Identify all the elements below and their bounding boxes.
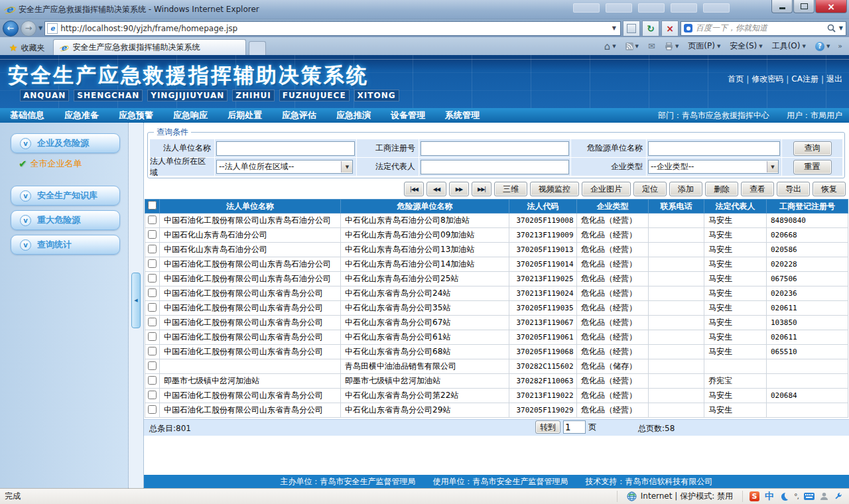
toolbar-button[interactable]: 三维 (494, 182, 527, 196)
toolbar-button[interactable]: 企业图片 (582, 182, 631, 196)
pager-button[interactable]: ◀◀ (426, 182, 446, 196)
sidebar-item-city-enterprise-list[interactable]: ✔ 全市企业名单 (19, 158, 128, 170)
banner-link[interactable]: 修改密码 (751, 74, 783, 85)
row-checkbox[interactable] (148, 216, 157, 224)
compatibility-view-button[interactable] (623, 21, 640, 36)
page-number-input[interactable] (563, 420, 586, 434)
toolbar-button[interactable]: 视频监控 (530, 182, 579, 196)
toolbar-button[interactable]: 查看 (741, 182, 774, 196)
nav-item[interactable]: 应急预警 (109, 109, 163, 121)
sidebar-button-enterprise-hazard[interactable]: v 企业及危险源 (11, 133, 120, 153)
history-dropdown-icon[interactable]: ▼ (38, 25, 42, 31)
user-icon[interactable] (820, 492, 828, 501)
table-row[interactable]: 中国石化山东青岛石油分公司中石化山东青岛石油分公司13加油站370205F119… (145, 243, 848, 257)
search-button[interactable]: 查询 (793, 141, 832, 156)
browser-tab[interactable]: e 安全生产应急救援指挥辅助决策系统 (53, 39, 246, 55)
read-mail-button[interactable]: ✉ (644, 39, 659, 54)
ent-type-select[interactable]: --企业类型-- ▼ (648, 160, 779, 174)
table-row[interactable]: 中国石油化工股份有限公司山东省青岛分公司中石化山东省青岛分公司61站370205… (145, 330, 848, 345)
row-checkbox[interactable] (148, 405, 157, 414)
search-icon[interactable] (827, 24, 836, 32)
toolbar-button[interactable]: 删除 (705, 182, 738, 196)
sidebar-button[interactable]: v重大危险源 (11, 210, 120, 230)
favorites-button[interactable]: ★ 收藏夹 (4, 40, 50, 55)
row-checkbox[interactable] (148, 391, 157, 399)
search-box[interactable]: 百度一下，你就知道 ▼ (681, 21, 846, 36)
pager-button[interactable]: |◀◀ (404, 182, 424, 196)
banner-link[interactable]: 首页 (728, 74, 744, 85)
corp-name-input[interactable] (216, 141, 355, 156)
row-checkbox[interactable] (148, 274, 157, 283)
nav-item[interactable]: 系统管理 (435, 109, 490, 121)
table-row[interactable]: 中国石油化工股份有限公司山东青岛石油分公司中石化山东青岛石油分公司14加油站37… (145, 257, 848, 272)
security-menu[interactable]: 安全(S)▼ (726, 39, 766, 54)
goto-page-button[interactable]: 转到 (535, 420, 560, 434)
table-row[interactable]: 中国石油化工股份有限公司山东省青岛分公司中石化山东省青岛分公司第22站37021… (145, 389, 848, 403)
url-field[interactable]: e http://localhost:90/yjzh/frame/homepag… (44, 21, 621, 36)
punctuation-mode-icon[interactable]: °, (794, 492, 799, 501)
table-row[interactable]: 中国石油化工股份有限公司山东青岛石油分公司中石化山东青岛石油分公司25站3702… (145, 272, 848, 286)
row-checkbox[interactable] (148, 347, 157, 355)
new-tab-button[interactable] (249, 41, 266, 55)
toolbar-button[interactable]: 定位 (633, 182, 667, 196)
row-checkbox[interactable] (148, 376, 157, 385)
region-select[interactable]: --法人单位所在区域-- ▼ (216, 160, 353, 174)
nav-item[interactable]: 应急推演 (326, 109, 381, 121)
pager-button[interactable]: ▶▶ (449, 182, 469, 196)
banner-link[interactable]: 退出 (826, 74, 842, 85)
back-button[interactable]: ← (3, 21, 19, 36)
nav-item[interactable]: 后期处置 (218, 109, 272, 121)
home-button[interactable]: ⌂▼ (600, 39, 620, 54)
row-checkbox[interactable] (148, 230, 157, 239)
row-checkbox[interactable] (148, 318, 157, 326)
legal-rep-input[interactable] (421, 160, 569, 174)
toolbar-button[interactable]: 恢复 (813, 182, 846, 196)
nav-item[interactable]: 应急评估 (272, 109, 326, 121)
table-row[interactable]: 中国石油化工股份有限公司山东省青岛分公司中石化山东省青岛分公司35站370205… (145, 301, 848, 316)
more-commands-chevron[interactable]: » (835, 42, 845, 50)
table-row[interactable]: 中国石油化工股份有限公司山东省青岛分公司中石化山东省青岛分公司68站370205… (145, 345, 848, 359)
nav-item[interactable]: 设备管理 (381, 109, 435, 121)
wrench-icon[interactable] (834, 492, 842, 501)
row-checkbox[interactable] (148, 245, 157, 253)
tools-menu[interactable]: 工具(O)▼ (768, 39, 810, 54)
table-row[interactable]: 中国石油化工股份有限公司山东省青岛分公司中石化山东省青岛分公司29站370205… (145, 403, 848, 418)
table-row[interactable]: 中国石油化工股份有限公司山东青岛石油分公司中石化山东青岛石油分公司8加油站370… (145, 214, 848, 228)
row-checkbox[interactable] (148, 259, 157, 268)
keyboard-icon[interactable] (804, 493, 815, 500)
row-checkbox[interactable] (148, 303, 157, 312)
table-row[interactable]: 即墨市七级镇中岔河加油站即墨市七级镇中岔河加油站370282F110063危化品… (145, 374, 848, 389)
sidebar-button[interactable]: v查询统计 (11, 235, 120, 255)
sogou-icon[interactable]: S (750, 491, 759, 501)
chinese-mode-icon[interactable]: 中 (765, 491, 774, 503)
refresh-button[interactable]: ↻ (642, 21, 659, 36)
nav-item[interactable]: 应急响应 (163, 109, 218, 121)
table-row[interactable]: 中国石化山东青岛石油分公司中石化山东青岛石油分公司09加油站370213F119… (145, 228, 848, 243)
row-checkbox[interactable] (148, 288, 157, 297)
toolbar-button[interactable]: 导出 (777, 182, 810, 196)
page-menu[interactable]: 页面(P)▼ (684, 39, 724, 54)
print-button[interactable]: ▼ (661, 39, 683, 54)
minimize-button[interactable] (771, 0, 793, 13)
feeds-button[interactable]: ▼ (621, 39, 643, 54)
maximize-button[interactable] (793, 0, 815, 13)
table-row[interactable]: 中国石油化工股份有限公司山东省青岛分公司中石化山东省青岛分公司67站370213… (145, 316, 848, 330)
table-row[interactable]: 青岛田横中油油品销售有限公司370282C115602危化品（储存） (145, 359, 848, 374)
nav-item[interactable]: 应急准备 (54, 109, 109, 121)
pager-button[interactable]: ▶▶| (472, 182, 491, 196)
hazard-name-input[interactable] (648, 141, 780, 156)
row-checkbox[interactable] (148, 332, 157, 341)
splitter-collapse-handle[interactable]: ◀ (131, 273, 141, 328)
reg-no-input[interactable] (421, 141, 569, 156)
banner-link[interactable]: CA注册 (791, 74, 818, 85)
sidebar-button[interactable]: v安全生产知识库 (11, 186, 120, 206)
reset-button[interactable]: 重置 (793, 160, 832, 174)
row-checkbox[interactable] (148, 361, 157, 370)
nav-item[interactable]: 基础信息 (0, 109, 54, 121)
stop-button[interactable]: × (661, 21, 679, 36)
toolbar-button[interactable]: 添加 (669, 182, 702, 196)
url-dropdown-icon[interactable]: ▼ (610, 25, 618, 31)
help-menu[interactable]: ?▼ (811, 39, 834, 54)
select-all-checkbox[interactable] (148, 201, 157, 210)
table-row[interactable]: 中国石油化工股份有限公司山东省青岛分公司中石化山东省青岛分公司24站370213… (145, 286, 848, 301)
